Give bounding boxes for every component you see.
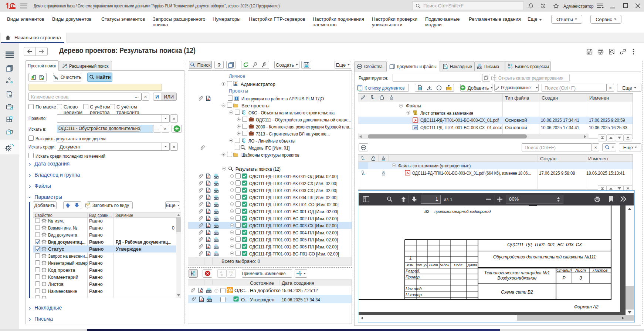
svg-text:W: W — [414, 126, 417, 130]
